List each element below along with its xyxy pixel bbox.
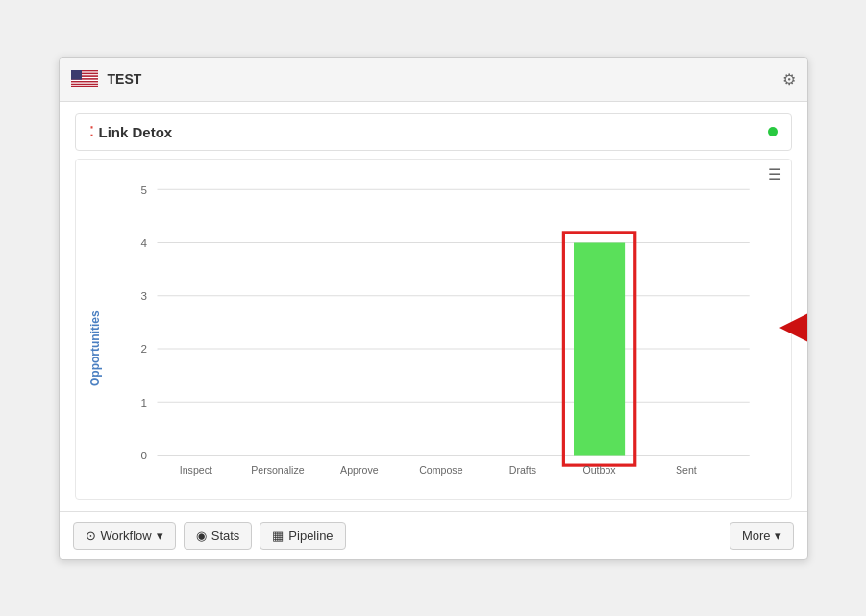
svg-text:Inspect: Inspect <box>179 463 211 475</box>
stats-icon: ◉ <box>196 529 207 543</box>
svg-rect-12 <box>71 86 98 87</box>
svg-marker-41 <box>779 308 808 347</box>
chart-container: ☰ Opportunities 5 4 3 2 <box>75 159 792 500</box>
pipeline-label: Pipeline <box>288 529 333 543</box>
svg-text:5: 5 <box>140 183 147 195</box>
svg-rect-13 <box>71 70 82 80</box>
svg-rect-8 <box>71 81 98 82</box>
svg-text:Compose: Compose <box>419 463 463 475</box>
workflow-button[interactable]: ⊙ Workflow ▾ <box>73 522 176 550</box>
svg-text:Outbox: Outbox <box>582 463 616 475</box>
svg-rect-36 <box>574 242 625 455</box>
svg-text:3: 3 <box>140 289 147 302</box>
status-dot <box>768 127 778 136</box>
svg-text:1: 1 <box>140 395 147 407</box>
workflow-chevron: ▾ <box>157 529 163 543</box>
flag-icon <box>71 70 98 87</box>
svg-text:Sent: Sent <box>675 463 696 475</box>
link-detox-bar: ⁚ Link Detox <box>75 113 792 151</box>
svg-text:Personalize: Personalize <box>251 463 305 475</box>
page-title: TEST <box>108 71 142 86</box>
y-axis-label: Opportunities <box>86 169 105 499</box>
toolbar-left: ⊙ Workflow ▾ ◉ Stats ▦ Pipeline <box>73 522 346 550</box>
svg-rect-11 <box>71 85 98 86</box>
chart-wrapper: Opportunities 5 4 3 2 <box>86 169 781 499</box>
link-detox-label: Link Detox <box>99 124 173 140</box>
svg-text:Drafts: Drafts <box>508 463 535 475</box>
link-detox-title: ⁚ Link Detox <box>89 124 173 140</box>
link-detox-icon: ⁚ <box>89 124 93 139</box>
toolbar: ⊙ Workflow ▾ ◉ Stats ▦ Pipeline More ▾ <box>60 511 807 559</box>
pipeline-button[interactable]: ▦ Pipeline <box>260 522 345 550</box>
more-button[interactable]: More ▾ <box>730 522 794 550</box>
svg-rect-9 <box>71 82 98 83</box>
main-window: TEST ⚙ ⁚ Link Detox ☰ Opportunities 5 <box>59 57 808 560</box>
more-chevron: ▾ <box>775 529 781 543</box>
chart-svg: 5 4 3 2 1 0 <box>105 169 781 496</box>
workflow-label: Workflow <box>101 529 152 543</box>
title-bar-left: TEST <box>71 70 142 87</box>
svg-text:2: 2 <box>140 342 147 355</box>
red-arrow <box>779 304 808 355</box>
stats-button[interactable]: ◉ Stats <box>184 522 253 550</box>
workflow-icon: ⊙ <box>86 529 96 543</box>
stats-label: Stats <box>211 529 240 543</box>
chart-inner: 5 4 3 2 1 0 <box>105 169 781 499</box>
pipeline-icon: ▦ <box>272 529 284 543</box>
svg-text:0: 0 <box>140 448 147 460</box>
title-bar: TEST ⚙ <box>60 58 807 102</box>
svg-rect-7 <box>71 80 98 81</box>
svg-text:Approve: Approve <box>340 463 379 475</box>
gear-icon[interactable]: ⚙ <box>782 70 796 88</box>
more-label: More <box>742 529 771 543</box>
svg-text:4: 4 <box>140 235 147 248</box>
svg-rect-10 <box>71 84 98 85</box>
